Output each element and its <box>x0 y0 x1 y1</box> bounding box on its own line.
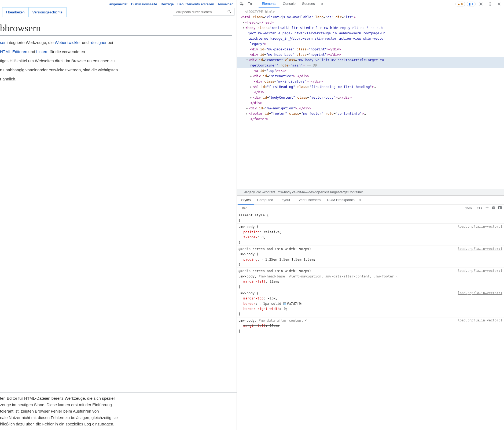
tab-elements[interactable]: Elements <box>259 0 279 8</box>
breadcrumb[interactable]: … -legacy div#content.mw-body.ve-init-mw… <box>237 189 504 196</box>
hov-toggle[interactable]: :hov <box>464 206 472 210</box>
source-link[interactable]: load.php?la…in=vector:1 <box>458 318 502 323</box>
link-html-editoren[interactable]: HTML-Editoren <box>0 49 27 54</box>
tabs-more[interactable]: » <box>318 0 326 8</box>
warnings-badge[interactable]: ▲6 <box>455 2 465 6</box>
subtab-dom-breakpoints[interactable]: DOM Breakpoints <box>324 196 358 205</box>
panel-icon <box>498 206 502 210</box>
article-paragraph: r ähnlich. <box>0 76 232 82</box>
subtab-computed[interactable]: Computed <box>254 196 277 205</box>
page-title: bbrowsern <box>0 23 232 36</box>
personal-tools: angemeldet Diskussionsseite Beiträge Ben… <box>0 0 237 7</box>
search-input[interactable] <box>173 8 225 16</box>
source-link[interactable]: load.php?la…in=vector:1 <box>458 291 502 296</box>
kebab-icon <box>488 2 492 6</box>
article-paragraph: HTML-Editoren und Lintern für die verwen… <box>0 49 232 55</box>
link-log[interactable]: Log <box>84 422 91 426</box>
svg-rect-3 <box>248 2 250 5</box>
article-paragraph: ten Editor für HTML-Dateien bereits Werk… <box>0 395 232 402</box>
svg-line-1 <box>230 12 231 13</box>
device-toolbar-button[interactable] <box>246 1 253 7</box>
tab-console[interactable]: Console <box>279 0 299 8</box>
source-link[interactable]: load.php?la…in=vector:1 <box>458 224 502 229</box>
svg-point-8 <box>490 5 490 5</box>
selected-dom-node[interactable]: ⋯ ▾<div id="content" class="mw-body ve-i… <box>237 57 504 63</box>
message-icon: ▮ <box>469 2 471 6</box>
link-create-account[interactable]: Benutzerkonto erstellen <box>177 2 214 6</box>
subtab-event-listeners[interactable]: Event Listeners <box>293 196 324 205</box>
tab-sources[interactable]: Sources <box>299 0 318 8</box>
article-paragraph: hließlich dazu über, die Fehler in ein s… <box>0 421 232 427</box>
more-button[interactable] <box>486 1 494 7</box>
inspect-element-button[interactable] <box>238 1 245 7</box>
search-icon <box>227 9 231 14</box>
subtab-layout[interactable]: Layout <box>277 196 293 205</box>
subtabs-more[interactable]: » <box>358 196 363 205</box>
close-button[interactable] <box>495 1 503 7</box>
article-paragraph: n unabhängig voneinander entwickelt werd… <box>0 67 232 73</box>
messages-badge[interactable]: ▮1 <box>467 2 476 6</box>
svg-rect-16 <box>499 207 502 209</box>
link-lintern[interactable]: Lintern <box>36 49 49 54</box>
search-box <box>173 8 234 16</box>
print-media-button[interactable] <box>492 206 495 210</box>
warning-icon: ▲ <box>457 2 461 6</box>
source-link[interactable]: load.php?la…in=vector:1 <box>458 246 502 251</box>
tab-edit[interactable]: t bearbeiten <box>2 7 29 17</box>
article-paragraph: zeuge im heutigen Sinne. Diese kamen ers… <box>0 402 232 408</box>
gear-icon <box>479 2 483 6</box>
link-webentwickler[interactable]: Webentwickler <box>55 40 81 45</box>
close-icon <box>497 2 501 6</box>
svg-rect-4 <box>251 3 252 5</box>
link-designer[interactable]: designer <box>91 40 107 45</box>
link-logged-in[interactable]: angemeldet <box>109 2 127 6</box>
plus-icon <box>485 206 489 210</box>
cls-toggle[interactable]: .cls <box>475 206 483 210</box>
link-talk[interactable]: Diskussionsseite <box>131 2 157 6</box>
dom-tree[interactable]: <!DOCTYPE html> <html class="client-js v… <box>237 8 504 189</box>
article-paragraph: ser integrierte Werkzeuge, die Webentwic… <box>0 39 232 46</box>
color-swatch[interactable] <box>283 302 286 305</box>
svg-point-5 <box>480 3 482 5</box>
article-paragraph: tiges Hilfsmittel um Webseiten direkt im… <box>0 58 232 64</box>
subtab-styles[interactable]: Styles <box>238 196 254 205</box>
devtools-toolbar: Elements Console Sources » ▲6 ▮1 <box>237 0 504 8</box>
search-button[interactable] <box>225 8 234 16</box>
tab-history[interactable]: Versionsgeschichte <box>28 7 67 17</box>
link-login[interactable]: Anmelden <box>218 2 234 6</box>
printer-icon <box>492 206 495 210</box>
link-contribs[interactable]: Beiträge <box>161 2 174 6</box>
article-paragraph: tolerant ist, zeigten Browser Fehler bei… <box>0 408 232 414</box>
new-style-rule-button[interactable] <box>485 206 489 210</box>
styles-filter-input[interactable] <box>237 205 462 212</box>
svg-point-6 <box>490 2 490 3</box>
styles-pane[interactable]: element.style { } load.php?la…in=vector:… <box>237 212 504 430</box>
source-link[interactable]: load.php?la…in=vector:1 <box>458 268 502 273</box>
toggle-sidebar-button[interactable] <box>498 206 502 210</box>
link-html[interactable]: HTML <box>24 396 35 401</box>
svg-rect-14 <box>493 206 494 207</box>
link-ser[interactable]: ser <box>0 40 6 45</box>
svg-point-0 <box>228 10 230 12</box>
article-paragraph: nale Nutzer nicht mit diesen Fehlern zu … <box>0 414 232 421</box>
settings-button[interactable] <box>477 1 485 7</box>
svg-point-7 <box>490 3 490 4</box>
